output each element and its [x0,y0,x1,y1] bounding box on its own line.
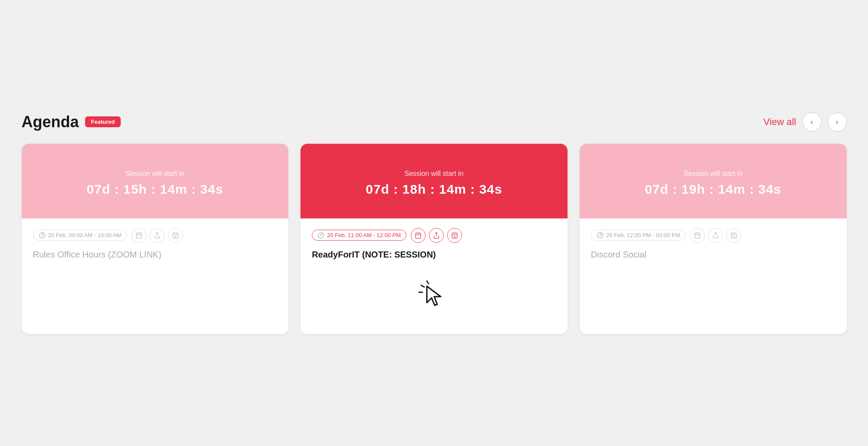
session-label-3: Session will start in [683,170,743,178]
agenda-card-2: Session will start in 07d : 18h : 14m : … [300,144,568,334]
countdown-3: 07d : 19h : 14m : 34s [645,182,781,197]
clock-icon-3: 🕐 [597,232,604,238]
card-header-2: Session will start in 07d : 18h : 14m : … [300,144,568,218]
card-title-3: Discord Social [591,249,835,260]
svg-rect-0 [136,233,142,238]
session-label-1: Session will start in [125,170,185,178]
svg-rect-11 [416,233,421,238]
calendar-btn-3[interactable] [690,228,705,243]
date-time-2: 20 Feb, 11:00 AM - 12:00 PM [327,232,401,238]
svg-line-23 [421,285,424,287]
calendar-btn-1[interactable] [132,228,146,243]
agenda-card-3: Session will start in 07d : 19h : 14m : … [580,144,847,334]
calendar-btn-2[interactable] [411,228,426,243]
page-wrapper: Agenda Featured View all ‹ › Session wil… [22,95,847,351]
add-btn-3[interactable] [726,228,741,243]
card-body-3: 🕐 20 Feb, 12:00 PM - 03:00 PM [580,218,847,273]
header-left: Agenda Featured [22,113,121,131]
header-right: View all ‹ › [763,112,846,132]
date-time-3: 20 Feb, 12:00 PM - 03:00 PM [606,232,680,238]
card-title-1: Rules Office Hours (ZOOM LINK) [33,249,277,260]
svg-rect-26 [695,233,700,238]
meta-time-1: 🕐 20 Feb, 08:00 AM - 10:00 AM [33,230,127,241]
view-all-link[interactable]: View all [763,116,796,128]
cards-container: Session will start in 07d : 15h : 14m : … [22,144,847,334]
clock-icon-1: 🕐 [39,232,46,238]
meta-time-3: 🕐 20 Feb, 12:00 PM - 03:00 PM [591,230,686,241]
share-btn-2[interactable] [429,228,444,243]
card-meta-1: 🕐 20 Feb, 08:00 AM - 10:00 AM [33,228,277,243]
meta-actions-3 [690,228,741,243]
card-meta-2: 🕐 20 Feb, 11:00 AM - 12:00 PM [312,228,556,243]
clock-icon-2: 🕐 [317,232,324,238]
share-btn-1[interactable] [150,228,165,243]
featured-badge: Featured [85,116,121,127]
svg-marker-25 [427,286,441,305]
card-header-3: Session will start in 07d : 19h : 14m : … [580,144,847,218]
card-body-2: 🕐 20 Feb, 11:00 AM - 12:00 PM [300,218,568,334]
svg-line-22 [427,281,429,284]
share-btn-3[interactable] [708,228,723,243]
meta-time-2: 🕐 20 Feb, 11:00 AM - 12:00 PM [312,230,406,241]
card-meta-3: 🕐 20 Feb, 12:00 PM - 03:00 PM [591,228,835,243]
card-body-1: 🕐 20 Feb, 08:00 AM - 10:00 AM [22,218,289,273]
meta-actions-2 [411,228,462,243]
card-title-2: ReadyForIT (NOTE: SESSION) [312,249,556,260]
countdown-2: 07d : 18h : 14m : 34s [366,182,502,197]
prev-button[interactable]: ‹ [802,112,822,132]
add-btn-1[interactable] [168,228,183,243]
agenda-card-1: Session will start in 07d : 15h : 14m : … [22,144,289,334]
session-label-2: Session will start in [404,170,463,178]
page-title: Agenda [22,113,79,131]
cursor-area [312,260,556,321]
next-button[interactable]: › [828,112,847,132]
date-time-1: 20 Feb, 08:00 AM - 10:00 AM [48,232,122,238]
add-btn-2[interactable] [447,228,462,243]
countdown-1: 07d : 15h : 14m : 34s [87,182,223,197]
card-header-1: Session will start in 07d : 15h : 14m : … [22,144,289,218]
cursor-icon [416,278,451,312]
meta-actions-1 [132,228,183,243]
agenda-header: Agenda Featured View all ‹ › [22,112,847,132]
